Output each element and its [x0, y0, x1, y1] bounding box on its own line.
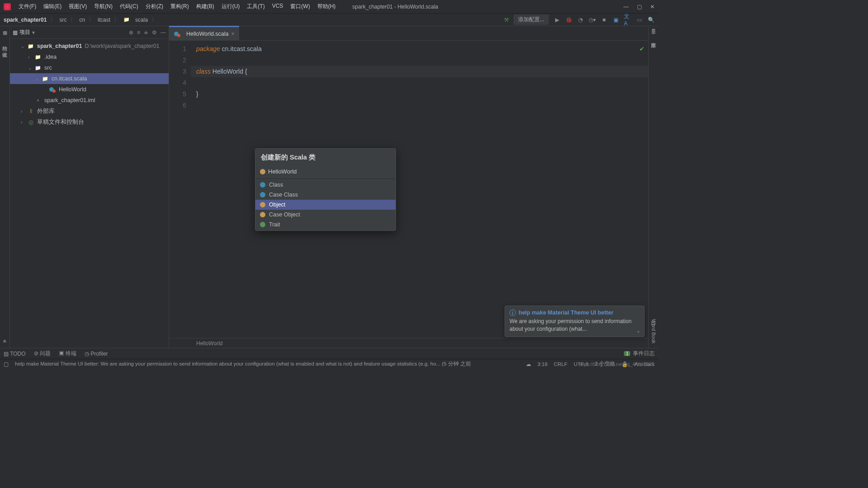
tree-file-helloworld[interactable]: HelloWorld: [10, 84, 169, 95]
menu-refactor[interactable]: 重构(R): [167, 1, 192, 12]
tree-package[interactable]: ⌄ cn.itcast.scala: [10, 73, 169, 84]
notification[interactable]: i help make Material Theme UI better We …: [505, 305, 645, 337]
expand-icon[interactable]: ≡: [137, 29, 140, 36]
hide-icon[interactable]: —: [160, 29, 166, 36]
tree-item-label: .idea: [44, 54, 57, 60]
chevron-down-icon[interactable]: ⌄: [21, 44, 26, 49]
maximize-icon[interactable]: ▢: [637, 4, 642, 10]
chevron-down-icon[interactable]: ⌄: [28, 66, 33, 70]
wordbook-tool[interactable]: 口 Word Book: [650, 318, 657, 343]
status-icon[interactable]: ▢: [4, 361, 9, 367]
favorites-icon[interactable]: ★: [2, 338, 7, 344]
crumb-project[interactable]: spark_chapter01: [4, 17, 47, 23]
tree-root[interactable]: ⌄ spark_chapter01 D:\work\java\spark_cha…: [10, 41, 169, 52]
breadcrumb: spark_chapter01〉 src〉 cn〉 itcast〉 scala〉: [4, 16, 158, 23]
popup-kind-list: Class Case Class Object Case Object Trai…: [255, 179, 396, 230]
tree-iml[interactable]: ▫ spark_chapter01.iml: [10, 95, 169, 106]
line-gutter: 1 2 3 4 5 6: [169, 41, 191, 338]
menu-code[interactable]: 代码(C): [117, 1, 142, 12]
popup-item-object[interactable]: Object: [255, 200, 396, 210]
keyword: class: [196, 68, 211, 75]
settings-icon[interactable]: ⚙: [152, 29, 157, 36]
editor-crumb-item[interactable]: HelloWorld: [196, 340, 222, 347]
debug-icon[interactable]: 🐞: [565, 16, 572, 23]
minimize-icon[interactable]: —: [623, 4, 629, 10]
chevron-right-icon[interactable]: ›: [21, 109, 26, 114]
menu-edit[interactable]: 编辑(E): [40, 1, 65, 12]
chevron-right-icon[interactable]: ›: [28, 55, 33, 60]
info-icon: i: [509, 310, 516, 316]
run-icon[interactable]: ▶: [553, 16, 561, 23]
menu-build[interactable]: 构建(B): [193, 1, 217, 12]
line-number: 3: [169, 66, 186, 77]
popup-item-label: Case Class: [269, 192, 298, 198]
nav-bar: spark_chapter01〉 src〉 cn〉 itcast〉 scala〉…: [0, 14, 658, 26]
tree-item-label: src: [44, 65, 52, 71]
menu-run[interactable]: 运行(U): [218, 1, 243, 12]
translate-icon[interactable]: 文A: [624, 16, 631, 23]
menu-analyze[interactable]: 分析(Z): [142, 1, 166, 12]
menu-help[interactable]: 帮助(H): [314, 1, 339, 12]
search-icon[interactable]: 🔍: [647, 16, 655, 23]
menu-window[interactable]: 窗口(W): [287, 1, 313, 12]
collapse-icon[interactable]: ≑: [144, 29, 148, 36]
tree-external-libs[interactable]: › ⦀ 外部库: [10, 106, 169, 117]
terminal-tool[interactable]: ▣ 终端: [59, 350, 76, 357]
code-editor[interactable]: 1 2 3 4 5 6 package cn.itcast.scala clas…: [169, 41, 648, 338]
editor-tabs: HelloWorld.scala ×: [169, 26, 648, 41]
crumb-src[interactable]: src: [59, 17, 66, 23]
tab-helloworld[interactable]: HelloWorld.scala ×: [169, 26, 239, 40]
sidebar-title[interactable]: 项目: [19, 28, 30, 36]
coverage-icon[interactable]: ◔: [577, 16, 584, 23]
menu-file[interactable]: 文件(F): [15, 1, 39, 12]
layout-icon[interactable]: ▭: [636, 16, 643, 23]
crumb-scala[interactable]: scala: [135, 17, 148, 23]
profile-icon[interactable]: ◷▾: [589, 16, 596, 23]
chevron-down-icon[interactable]: ⌄: [636, 328, 641, 334]
cloud-icon[interactable]: ☁: [526, 361, 531, 367]
inspection-ok-icon[interactable]: ✔: [639, 43, 645, 55]
build-icon[interactable]: ⚒: [504, 17, 509, 23]
stop-icon[interactable]: ■: [600, 16, 608, 23]
todo-tool[interactable]: ▤ TODO: [4, 351, 26, 357]
event-badge: 1: [624, 351, 630, 356]
dropdown-icon[interactable]: ▾: [32, 29, 35, 36]
popup-item-trait[interactable]: Trait: [255, 220, 396, 230]
line-separator[interactable]: CRLF: [554, 361, 567, 367]
tree-idea[interactable]: › .idea: [10, 52, 169, 62]
menu-vcs[interactable]: VCS: [269, 1, 287, 12]
object-icon: [260, 202, 265, 207]
update-icon[interactable]: ▣: [612, 16, 619, 23]
caret-position[interactable]: 3:18: [538, 361, 547, 367]
scratch-icon: ◎: [27, 119, 34, 126]
notification-body: We are asking your permission to send in…: [509, 318, 632, 333]
crumb-itcast[interactable]: itcast: [98, 17, 110, 23]
class-name-input[interactable]: [268, 168, 391, 175]
crumb-cn[interactable]: cn: [79, 17, 85, 23]
line-number: 1: [169, 43, 186, 55]
notification-title: i help make Material Theme UI better: [509, 310, 632, 316]
problems-tool[interactable]: ⊘ 问题: [34, 350, 51, 357]
popup-item-case-class[interactable]: Case Class: [255, 190, 396, 200]
sidebar-header: ▦ 项目 ▾ ⊕ ≡ ≑ ⚙ —: [10, 26, 169, 39]
profiler-tool[interactable]: ◷ Profiler: [85, 351, 108, 357]
menu-tools[interactable]: 工具(T): [244, 1, 268, 12]
bottom-tool-bar: ▤ TODO ⊘ 问题 ▣ 终端 ◷ Profiler 1 事件日志: [0, 348, 658, 359]
chevron-right-icon[interactable]: ›: [21, 120, 26, 125]
target-icon[interactable]: ⊕: [129, 29, 133, 36]
tree-root-path: D:\work\java\spark_chapter01: [85, 43, 159, 49]
tree-scratches[interactable]: › ◎ 草稿文件和控制台: [10, 117, 169, 127]
tree-src[interactable]: ⌄ src: [10, 62, 169, 73]
event-log-tool[interactable]: 事件日志: [633, 350, 655, 357]
popup-item-case-object[interactable]: Case Object: [255, 210, 396, 220]
close-icon[interactable]: ✕: [650, 4, 655, 10]
database-icon[interactable]: 🗄: [651, 29, 656, 34]
project-tool-icon[interactable]: ▦: [3, 30, 7, 36]
chevron-down-icon[interactable]: ⌄: [35, 76, 41, 81]
menu-view[interactable]: 视图(V): [66, 1, 90, 12]
run-config-selector[interactable]: 添加配置...: [514, 14, 549, 25]
app-icon: [4, 3, 11, 10]
popup-item-class[interactable]: Class: [255, 180, 396, 190]
menu-navigate[interactable]: 导航(N): [91, 1, 116, 12]
tab-close-icon[interactable]: ×: [231, 31, 235, 37]
